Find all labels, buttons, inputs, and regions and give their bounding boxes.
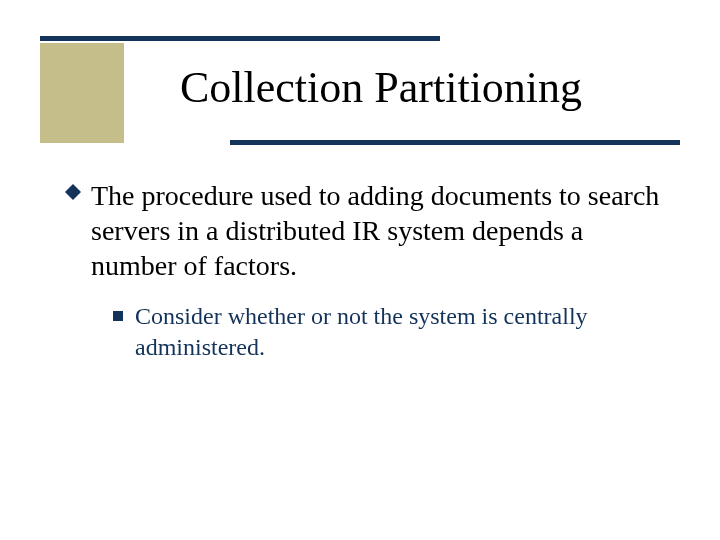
square-bullet-icon <box>113 311 123 321</box>
mid-rule <box>230 140 680 145</box>
bullet-level2: Consider whether or not the system is ce… <box>113 301 665 363</box>
bullet-level1: The procedure used to adding documents t… <box>65 178 665 283</box>
body-content: The procedure used to adding documents t… <box>65 178 665 363</box>
diamond-bullet-icon <box>65 184 81 200</box>
slide-title: Collection Partitioning <box>180 64 582 112</box>
top-rule <box>40 36 440 41</box>
bullet-level1-text: The procedure used to adding documents t… <box>91 178 665 283</box>
svg-marker-0 <box>65 184 81 200</box>
bullet-level2-text: Consider whether or not the system is ce… <box>135 301 665 363</box>
slide: Collection Partitioning The procedure us… <box>0 0 720 540</box>
accent-block <box>40 43 124 143</box>
